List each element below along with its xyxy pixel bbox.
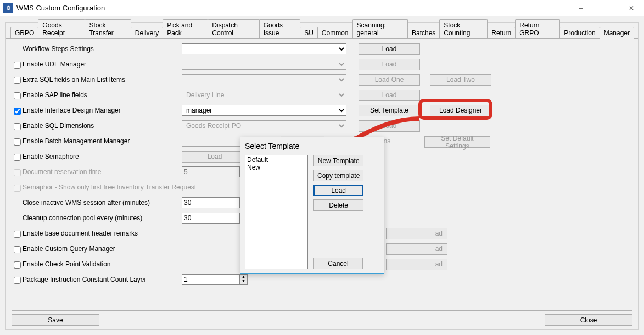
new-template-button[interactable]: New Template — [313, 155, 363, 166]
docres-spinner — [182, 166, 240, 177]
close-button[interactable]: Close — [545, 314, 632, 326]
closesess-spinner[interactable] — [182, 197, 240, 208]
spinner-updown[interactable]: ▲▼ — [240, 274, 248, 285]
label-customquery: Enable Custom Query Manager — [23, 245, 242, 253]
tab-su[interactable]: SU — [300, 27, 318, 38]
basedoc-checkbox[interactable] — [14, 231, 21, 238]
titlebar: ⚙ WMS Custom Configuration – □ ✕ — [0, 0, 644, 16]
udf-checkbox[interactable] — [14, 62, 21, 69]
docres-checkbox — [14, 169, 21, 176]
label-checkpoint: Enable Check Point Validation — [23, 260, 242, 268]
sqldim-checkbox[interactable] — [14, 123, 21, 130]
sqldim-select: Goods Receipt PO — [182, 120, 346, 131]
tab-strip: GRPOGoods ReceiptStock TransferDeliveryP… — [6, 23, 638, 39]
save-button[interactable]: Save — [12, 314, 99, 326]
tab-dispatch-control[interactable]: Dispatch Control — [208, 19, 259, 38]
window-title: WMS Custom Configuration — [16, 4, 105, 12]
batch-checkbox[interactable] — [14, 138, 21, 146]
dialog-title: Select Template — [245, 142, 379, 150]
tab-goods-issue[interactable]: Goods Issue — [259, 19, 301, 38]
extrasql-select — [182, 74, 346, 85]
udf-load-button: Load — [359, 59, 420, 70]
sqldim-load-button: Load — [359, 120, 420, 132]
label-cleanup: Cleanup connection pool every (minutes) — [23, 214, 182, 222]
pkginstr-spinner[interactable] — [182, 274, 240, 285]
udf-select — [182, 59, 346, 70]
bottom-bar: Save Close — [12, 310, 632, 326]
close-window-button[interactable]: ✕ — [619, 0, 644, 16]
label-batch: Enable Batch Management Manager — [23, 137, 182, 145]
label-udf: Enable UDF Manager — [23, 60, 182, 68]
obscured-button-1: ad — [386, 228, 447, 239]
maximize-button[interactable]: □ — [593, 0, 619, 16]
template-item[interactable]: Default — [246, 156, 307, 164]
ifdesign-checkbox[interactable] — [14, 108, 21, 115]
tab-stock-counting[interactable]: Stock Counting — [439, 19, 488, 38]
tab-manager[interactable]: Manager — [600, 27, 634, 39]
cleanup-spinner[interactable] — [182, 213, 240, 224]
workflow-select[interactable] — [182, 43, 346, 54]
ifdesign-select[interactable]: manager — [182, 105, 346, 116]
dialog-load-button[interactable]: Load — [313, 185, 363, 196]
tab-stock-transfer[interactable]: Stock Transfer — [85, 19, 131, 38]
label-docres: Document reservation time — [23, 168, 182, 176]
label-pkginstr: Package Instruction Constant Count Layer — [23, 276, 182, 283]
semashow-checkbox — [14, 185, 21, 192]
template-listbox[interactable]: DefaultNew — [245, 155, 308, 269]
label-sapline: Enable SAP line fields — [23, 91, 182, 99]
label-ifdesign: Enable Interface Design Manager — [23, 107, 182, 114]
obscured-button-3: ad — [386, 259, 447, 270]
sapline-load-button: Load — [359, 90, 420, 101]
select-template-dialog: Select Template DefaultNew New Template … — [240, 137, 384, 274]
tab-batches[interactable]: Batches — [407, 27, 440, 38]
sapline-checkbox[interactable] — [14, 92, 21, 99]
template-item[interactable]: New — [246, 164, 307, 171]
pkginstr-checkbox[interactable] — [14, 277, 21, 284]
tab-production[interactable]: Production — [559, 27, 600, 38]
extrasql-checkbox[interactable] — [14, 77, 21, 84]
tab-return[interactable]: Return — [487, 27, 516, 38]
tab-return-grpo[interactable]: Return GRPO — [515, 19, 560, 38]
app-icon: ⚙ — [3, 3, 13, 13]
tab-common[interactable]: Common — [317, 27, 353, 38]
loadone-button: Load One — [359, 74, 420, 86]
sapline-select: Delivery Line — [182, 90, 346, 101]
tab-goods-receipt[interactable]: Goods Receipt — [38, 19, 85, 38]
set-template-button[interactable]: Set Template — [359, 105, 420, 116]
customquery-checkbox[interactable] — [14, 246, 21, 253]
label-extrasql: Extra SQL fields on Main List Items — [23, 76, 182, 83]
loadtwo-button: Load Two — [430, 74, 491, 86]
minimize-button[interactable]: – — [568, 0, 593, 16]
delete-template-button[interactable]: Delete — [313, 199, 363, 211]
obscured-button-2: ad — [386, 243, 447, 255]
semaphore-checkbox[interactable] — [14, 154, 21, 161]
label-semaphore: Enable Semaphore — [23, 153, 182, 160]
tab-scanning-general[interactable]: Scanning: general — [352, 19, 408, 38]
label-workflow: Workflow Steps Settings — [23, 45, 182, 53]
label-sqldim: Enable SQL Dimensions — [23, 122, 182, 130]
label-closesess: Close inactive WMS session after (minute… — [23, 199, 182, 206]
dialog-cancel-button[interactable]: Cancel — [313, 258, 363, 269]
tab-grpo[interactable]: GRPO — [10, 27, 38, 38]
tab-delivery[interactable]: Delivery — [131, 27, 163, 38]
label-basedoc: Enable base document header remarks — [23, 230, 242, 237]
tab-pick-and-pack[interactable]: Pick and Pack — [163, 19, 208, 38]
workflow-load-button[interactable]: Load — [359, 43, 420, 55]
checkpoint-checkbox[interactable] — [14, 261, 21, 269]
set-default-settings-button: Set Default Settings — [424, 136, 490, 148]
semaphore-load-button: Load — [182, 151, 248, 163]
load-designer-button[interactable]: Load Designer — [430, 105, 491, 116]
copy-template-button[interactable]: Copy template — [313, 170, 363, 181]
